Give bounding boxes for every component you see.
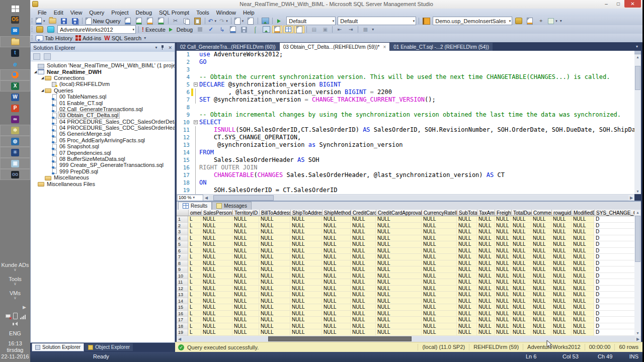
close-button[interactable]: ✕ [624, 0, 641, 8]
grid-cell[interactable]: NULL [290, 241, 322, 248]
grid-cell[interactable]: NULL [572, 279, 594, 286]
dmx-query-button[interactable] [145, 17, 155, 25]
grid-cell[interactable]: NULL [531, 304, 551, 311]
grid-cell[interactable]: NULL [572, 286, 594, 292]
grid-cell[interactable]: NULL [477, 266, 495, 273]
tree-item[interactable]: 999 Create_SP_GenerateTransactions.sql [31, 162, 175, 168]
increase-indent-button[interactable]: ⇥ [346, 26, 356, 33]
grid-cell[interactable]: D [594, 329, 634, 336]
grid-cell[interactable]: NULL [351, 241, 376, 248]
grid-cell[interactable]: NULL [422, 286, 457, 292]
tree-item[interactable]: 04 PROCEDURE_Sales_CDC_SalesOrderDetail.… [31, 119, 175, 125]
grid-cell[interactable]: NULL [232, 248, 259, 254]
grid-cell[interactable]: NULL [457, 266, 477, 273]
glasses-icon[interactable]: oo [0, 169, 30, 180]
grid-cell[interactable]: NULL [422, 273, 457, 280]
sqlprompt-tool-button-3[interactable]: ✦ [536, 17, 546, 25]
grid-cell[interactable]: NULL [351, 298, 376, 305]
row-header[interactable]: 18 [177, 323, 188, 330]
menu-project[interactable]: Project [108, 9, 132, 16]
grid-cell[interactable]: NULL [422, 304, 457, 311]
grid-cell[interactable]: NULL [376, 311, 422, 317]
firefox-icon[interactable] [0, 69, 30, 80]
grid-cell[interactable]: NULL [232, 223, 259, 229]
column-header[interactable]: SYS_CHANGE_OPERA [595, 210, 634, 216]
grid-cell[interactable]: NULL [201, 292, 232, 298]
grid-cell[interactable]: NULL [495, 260, 511, 267]
grid-cell[interactable]: NULL [259, 304, 290, 311]
row-header[interactable]: 15 [177, 304, 188, 311]
grid-cell[interactable]: NULL [232, 254, 259, 260]
new-file-button[interactable]: ▾ [35, 17, 46, 25]
grid-cell[interactable]: NULL [572, 298, 594, 305]
tree-item[interactable]: 02 Call_GenerateTransactions.sql [31, 106, 175, 112]
scroll-up-icon[interactable]: ▲ [634, 54, 641, 60]
cancel-query-button[interactable] [195, 26, 205, 33]
app-window-icon[interactable]: ▣ [0, 158, 30, 169]
grid-cell[interactable]: NULL [477, 279, 495, 286]
grid-cell[interactable]: NULL [322, 216, 351, 223]
grid-cell[interactable]: NULL [531, 241, 551, 248]
procedure-combo[interactable]: Demo.usp_DemoInsertSalesOrd▾ [433, 17, 512, 25]
grid-cell[interactable]: NULL [457, 298, 477, 305]
grid-cell[interactable]: NULL [376, 241, 422, 248]
grid-cell[interactable]: NULL [351, 329, 376, 336]
tree-item[interactable]: Miscellaneous [31, 174, 175, 180]
grid-cell[interactable]: NULL [290, 304, 322, 311]
open-file-button[interactable] [47, 17, 58, 25]
app-blue-globe-icon[interactable]: ◍ [0, 136, 30, 147]
collapse-box-icon[interactable] [193, 81, 199, 88]
save-button[interactable] [59, 17, 69, 25]
grid-cell[interactable]: NULL [457, 273, 477, 280]
grid-cell[interactable]: NULL [376, 254, 422, 260]
menu-window[interactable]: Window [213, 9, 239, 16]
start-menu-icon[interactable] [0, 3, 30, 14]
grid-cell[interactable]: NULL [290, 323, 322, 330]
grid-cell[interactable]: NULL [477, 323, 495, 330]
grid-cell[interactable]: NULL [322, 311, 351, 317]
tree-item[interactable]: 01 Enable_CT.sql [31, 100, 175, 106]
grid-vertical-scrollbar[interactable]: ▲ ▼ [634, 210, 641, 336]
grid-cell[interactable]: NULL [201, 260, 232, 267]
grid-cell[interactable]: NULL [259, 292, 290, 298]
grid-cell[interactable]: NULL [351, 279, 376, 286]
notebook-button[interactable] [421, 17, 431, 25]
tree-item[interactable]: ◢Queries [31, 87, 175, 94]
grid-cell[interactable]: NULL [551, 304, 572, 311]
grid-cell[interactable]: NULL [422, 311, 457, 317]
grid-cell[interactable]: NULL [232, 292, 259, 298]
navigate-backward-button[interactable]: ▾ [233, 17, 245, 25]
scroll-thumb[interactable] [635, 216, 640, 262]
grid-cell[interactable]: NULL [322, 248, 351, 254]
grid-cell[interactable]: NULL [201, 323, 232, 330]
grid-cell[interactable]: NULL [376, 317, 422, 323]
grid-cell[interactable]: NULL [477, 235, 495, 242]
ssms-icon[interactable]: ✲ [0, 125, 30, 136]
grid-cell[interactable]: NULL [376, 329, 422, 336]
grid-cell[interactable]: L [188, 273, 201, 280]
grid-cell[interactable]: NULL [376, 273, 422, 280]
document-tab[interactable]: 02 Call_GenerateTra...(REHFELD\rm (60)) [177, 43, 279, 51]
grid-cell[interactable]: NULL [351, 266, 376, 273]
scroll-left-icon[interactable]: ◀ [203, 196, 209, 200]
grid-cell[interactable]: D [594, 273, 634, 280]
row-header[interactable]: 16 [177, 311, 188, 317]
grid-cell[interactable]: NULL [477, 223, 495, 229]
column-header[interactable]: omerID [189, 210, 202, 216]
office-365-icon[interactable]: O5 [0, 14, 30, 25]
sql-code-editor[interactable]: 1use AdventureWorks2012;2GO34-- Obtain t… [177, 51, 634, 194]
grid-cell[interactable]: NULL [495, 286, 511, 292]
column-header[interactable]: Freight [495, 210, 512, 216]
menu-sql-prompt[interactable]: SQL Prompt [155, 9, 193, 16]
row-header[interactable]: 8 [177, 260, 188, 267]
grid-cell[interactable]: L [188, 292, 201, 298]
column-header[interactable]: CreditCardID [351, 210, 376, 216]
grid-cell[interactable]: NULL [351, 216, 376, 223]
tree-item[interactable]: 05 Proc_AddEarlyArrivingFacts.sql [31, 137, 175, 143]
grid-cell[interactable]: NULL [511, 311, 531, 317]
grid-cell[interactable]: NULL [572, 292, 594, 298]
grid-cell[interactable]: NULL [572, 273, 594, 280]
grid-cell[interactable]: NULL [572, 260, 594, 267]
tree-item[interactable]: ◢Near_Realtime_DWH [31, 68, 175, 74]
grid-cell[interactable]: NULL [232, 298, 259, 305]
